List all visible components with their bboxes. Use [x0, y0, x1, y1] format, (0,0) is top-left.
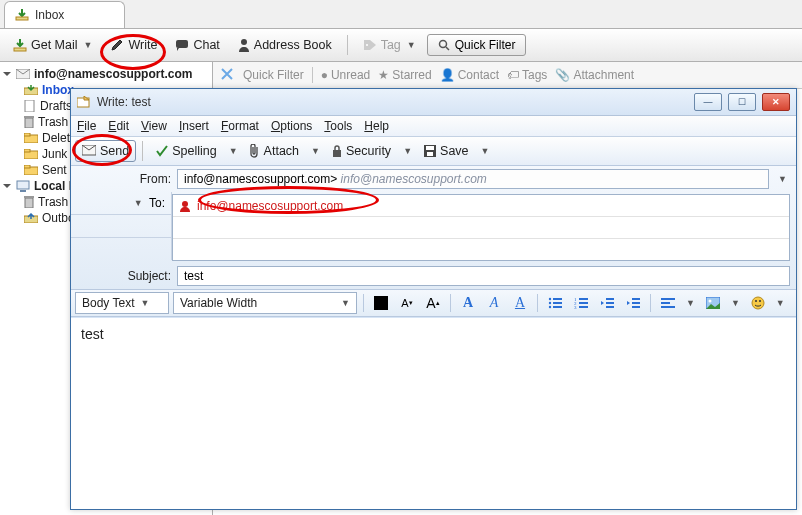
insert-image-button[interactable] — [702, 292, 724, 314]
underline-button[interactable]: A — [509, 292, 531, 314]
chevron-down-icon[interactable]: ▼ — [308, 146, 323, 156]
filter-starred[interactable]: ★ Starred — [378, 68, 431, 82]
svg-rect-27 — [427, 152, 433, 156]
chevron-down-icon[interactable]: ▼ — [226, 146, 241, 156]
from-value: info@namescosupport.com> — [184, 172, 337, 186]
menu-insert[interactable]: Insert — [179, 119, 209, 133]
from-field[interactable]: info@namescosupport.com> info@namescosup… — [177, 169, 769, 189]
svg-rect-41 — [606, 298, 614, 300]
tree-twisty-icon — [2, 181, 12, 191]
chevron-down-icon[interactable]: ▼ — [400, 146, 415, 156]
svg-rect-14 — [24, 149, 30, 152]
download-icon — [15, 9, 29, 21]
svg-rect-34 — [553, 306, 562, 308]
paragraph-select[interactable]: Body Text ▼ — [75, 292, 169, 314]
numbered-list-button[interactable]: 123 — [570, 292, 592, 314]
menu-file[interactable]: File — [77, 119, 96, 133]
to-field[interactable]: info@namescosupport.com — [173, 195, 789, 217]
person-icon — [179, 200, 191, 212]
separator — [363, 294, 364, 312]
search-icon — [438, 39, 450, 51]
svg-rect-18 — [20, 190, 26, 192]
lock-icon — [332, 145, 342, 157]
paragraph-select-label: Body Text — [82, 296, 134, 310]
close-icon[interactable] — [221, 68, 235, 82]
to-value: info@namescosupport.com — [197, 199, 343, 213]
to-dropdown[interactable]: ▼ To: — [71, 192, 171, 215]
chevron-down-icon[interactable]: ▼ — [478, 146, 493, 156]
chat-button[interactable]: Chat — [168, 34, 226, 56]
indent-button[interactable] — [622, 292, 644, 314]
save-button[interactable]: Save — [417, 140, 476, 162]
filter-contact[interactable]: 👤 Contact — [440, 68, 499, 82]
compose-body[interactable]: test — [71, 317, 796, 509]
chevron-down-icon[interactable]: ▼ — [728, 298, 743, 308]
chat-icon — [175, 39, 189, 51]
font-select[interactable]: Variable Width ▼ — [173, 292, 357, 314]
font-smaller-button[interactable]: A▾ — [396, 292, 418, 314]
text-color-button[interactable] — [370, 292, 392, 314]
menu-format[interactable]: Format — [221, 119, 259, 133]
tag-button[interactable]: Tag ▼ — [356, 34, 423, 56]
svg-rect-2 — [176, 40, 188, 48]
svg-rect-26 — [426, 146, 434, 150]
download-icon — [13, 38, 27, 52]
svg-rect-32 — [553, 302, 562, 304]
trash-icon — [24, 116, 34, 128]
outdent-button[interactable] — [596, 292, 618, 314]
filter-unread[interactable]: ● Unread — [321, 68, 371, 82]
svg-rect-46 — [632, 306, 640, 308]
chevron-down-icon: ▼ — [407, 40, 416, 50]
account-label: info@namescosupport.com — [34, 67, 192, 81]
separator — [650, 294, 651, 312]
italic-button[interactable]: A — [483, 292, 505, 314]
filter-tags[interactable]: 🏷 Tags — [507, 68, 547, 82]
emoji-button[interactable] — [747, 292, 769, 314]
trash-icon — [24, 196, 34, 208]
menu-options[interactable]: Options — [271, 119, 312, 133]
menu-view[interactable]: View — [141, 119, 167, 133]
maximize-button[interactable]: ☐ — [728, 93, 756, 111]
svg-rect-0 — [16, 17, 28, 20]
bold-button[interactable]: A — [457, 292, 479, 314]
send-button[interactable]: Send — [75, 140, 136, 162]
address-empty-line[interactable] — [173, 217, 789, 239]
save-label: Save — [440, 144, 469, 158]
tab-inbox[interactable]: Inbox — [4, 1, 125, 28]
write-label: Write — [128, 38, 157, 52]
menu-help[interactable]: Help — [364, 119, 389, 133]
attach-button[interactable]: Attach — [243, 140, 306, 162]
chevron-down-icon[interactable]: ▼ — [773, 298, 788, 308]
bullet-list-button[interactable] — [544, 292, 566, 314]
font-larger-button[interactable]: A▴ — [422, 292, 444, 314]
svg-rect-47 — [661, 298, 675, 300]
svg-rect-42 — [606, 302, 614, 304]
folder-sent-label: Sent — [42, 163, 67, 177]
security-button[interactable]: Security — [325, 140, 398, 162]
chevron-down-icon[interactable]: ▼ — [775, 174, 790, 184]
from-label: From: — [71, 172, 177, 186]
menu-edit[interactable]: Edit — [108, 119, 129, 133]
svg-point-3 — [241, 39, 247, 45]
align-button[interactable] — [657, 292, 679, 314]
separator — [537, 294, 538, 312]
get-mail-label: Get Mail — [31, 38, 78, 52]
account-row[interactable]: info@namescosupport.com — [2, 66, 212, 82]
get-mail-button[interactable]: Get Mail ▼ — [6, 34, 99, 56]
svg-rect-12 — [24, 133, 30, 136]
filter-quick-label: Quick Filter — [243, 68, 304, 82]
address-empty-line[interactable] — [173, 239, 789, 260]
address-book-button[interactable]: Address Book — [231, 34, 339, 56]
subject-input[interactable] — [177, 266, 790, 286]
close-button[interactable]: ✕ — [762, 93, 790, 111]
chevron-down-icon[interactable]: ▼ — [683, 298, 698, 308]
pencil-icon — [110, 38, 124, 52]
write-button[interactable]: Write — [103, 34, 164, 56]
quick-filter-button[interactable]: Quick Filter — [427, 34, 527, 56]
spelling-button[interactable]: Spelling — [149, 140, 223, 162]
minimize-button[interactable]: — — [694, 93, 722, 111]
spelling-label: Spelling — [172, 144, 216, 158]
filter-attachment[interactable]: 📎 Attachment — [555, 68, 634, 82]
compose-window: Write: test — ☐ ✕ File Edit View Insert … — [70, 88, 797, 510]
menu-tools[interactable]: Tools — [324, 119, 352, 133]
